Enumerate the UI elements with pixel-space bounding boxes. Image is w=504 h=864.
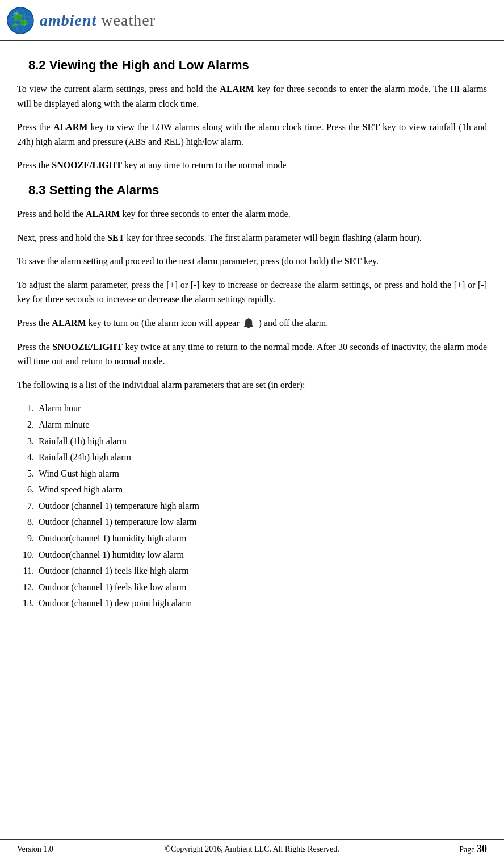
footer-page: Page 30 bbox=[369, 843, 487, 855]
list-item: 10. Outdoor(channel 1) humidity low alar… bbox=[17, 548, 487, 562]
section-83-para-5: Press the ALARM key to turn on (the alar… bbox=[17, 316, 487, 331]
section-82-para-3: Press the SNOOZE/LIGHT key at any time t… bbox=[17, 158, 487, 173]
section-83-para-6: Press the SNOOZE/LIGHT key twice at any … bbox=[17, 340, 487, 369]
section-83-para-7: The following is a list of the individua… bbox=[17, 378, 487, 393]
list-item: 5. Wind Gust high alarm bbox=[17, 466, 487, 481]
list-item: 1. Alarm hour bbox=[17, 401, 487, 416]
alarm-parameters-list: 1. Alarm hour 2. Alarm minute 3. Rainfal… bbox=[17, 401, 487, 611]
list-item: 12. Outdoor (channel 1) feels like low a… bbox=[17, 580, 487, 595]
brand-ambient: ambient bbox=[40, 11, 96, 29]
section-83-para-3: To save the alarm setting and proceed to… bbox=[17, 254, 487, 269]
footer-copyright: ©Copyright 2016, Ambient LLC. All Rights… bbox=[135, 845, 369, 854]
brand-weather: weather bbox=[101, 11, 156, 29]
section-82-para-1: To view the current alarm settings, pres… bbox=[17, 82, 487, 111]
section-82-title: 8.2 Viewing the High and Low Alarms bbox=[17, 58, 487, 73]
page-footer: Version 1.0 ©Copyright 2016, Ambient LLC… bbox=[0, 839, 504, 858]
alarm-bell-icon bbox=[242, 318, 255, 330]
list-item: 2. Alarm minute bbox=[17, 418, 487, 432]
footer-page-number: 30 bbox=[477, 843, 487, 854]
list-item: 13. Outdoor (channel 1) dew point high a… bbox=[17, 596, 487, 611]
section-83-para-4: To adjust the alarm parameter, press the… bbox=[17, 278, 487, 307]
logo-icon bbox=[6, 6, 35, 35]
footer-page-label: Page bbox=[459, 845, 474, 854]
list-item: 6. Wind speed high alarm bbox=[17, 482, 487, 497]
svg-point-8 bbox=[248, 327, 250, 329]
list-item: 11. Outdoor (channel 1) feels like high … bbox=[17, 564, 487, 578]
list-item: 4. Rainfall (24h) high alarm bbox=[17, 450, 487, 465]
list-item: 3. Rainfall (1h) high alarm bbox=[17, 434, 487, 449]
section-83-para-1: Press and hold the ALARM key for three s… bbox=[17, 207, 487, 222]
section-83-title: 8.3 Setting the Alarms bbox=[17, 183, 487, 198]
section-83-para-2: Next, press and hold the SET key for thr… bbox=[17, 231, 487, 245]
logo-text: ambient weather bbox=[40, 11, 156, 30]
footer-version: Version 1.0 bbox=[17, 845, 135, 854]
section-82-para-2: Press the ALARM key to view the LOW alar… bbox=[17, 120, 487, 149]
page-header: ambient weather bbox=[0, 0, 504, 41]
list-item: 8. Outdoor (channel 1) temperature low a… bbox=[17, 515, 487, 529]
main-content: 8.2 Viewing the High and Low Alarms To v… bbox=[0, 41, 504, 646]
list-item: 9. Outdoor(channel 1) humidity high alar… bbox=[17, 531, 487, 546]
list-item: 7. Outdoor (channel 1) temperature high … bbox=[17, 499, 487, 514]
page-container: ambient weather 8.2 Viewing the High and… bbox=[0, 0, 504, 864]
logo-container: ambient weather bbox=[6, 6, 156, 35]
